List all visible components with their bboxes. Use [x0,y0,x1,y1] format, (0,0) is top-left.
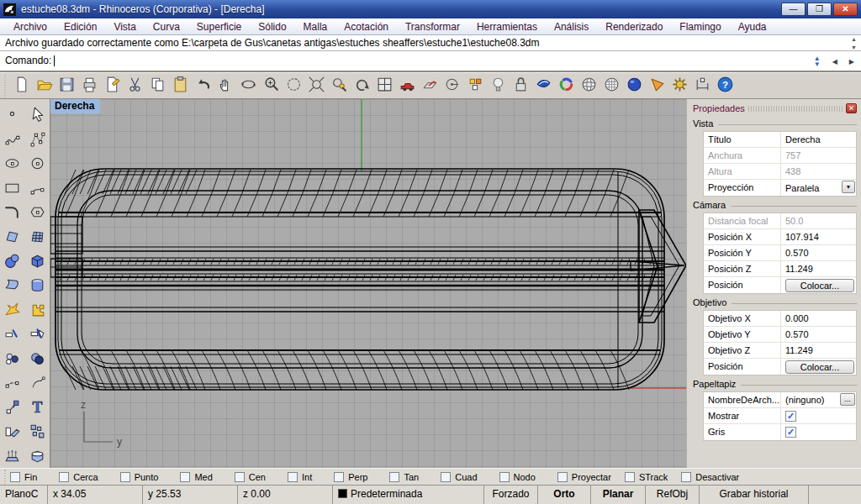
zoom-extents-button[interactable] [305,75,328,97]
status-toggle-planar[interactable]: Planar [591,486,646,504]
status-cplane[interactable]: PlanoC [0,486,48,504]
osnap-desactivar[interactable]: Desactivar [681,472,739,482]
print-button[interactable] [78,75,101,97]
arc-button[interactable] [25,177,50,202]
command-history[interactable]: Archivo guardado correctamente como E:\c… [0,35,861,51]
zoom-selected-button[interactable] [328,75,351,97]
cylinder-button[interactable] [25,275,50,299]
osnap-proyectar[interactable]: Proyectar [557,472,611,482]
menu-analisis[interactable]: Análisis [546,19,597,34]
property-value[interactable]: (ninguno)... [781,392,856,407]
checkbox-icon[interactable] [681,472,691,482]
grid-surface-button[interactable] [25,226,50,250]
property-value[interactable]: ✓ [781,408,856,423]
osnap-fin[interactable]: Fin [10,472,37,482]
extrude-button[interactable] [0,445,24,470]
ellipse-button[interactable] [0,153,24,177]
split-button[interactable] [25,323,50,348]
point-button[interactable] [0,104,24,129]
menu-archivo[interactable]: Archivo [5,19,55,34]
status-layer[interactable]: Predeterminada [333,486,484,504]
array-button[interactable] [25,421,50,445]
interpolated-curve-button[interactable] [0,129,24,153]
options-button[interactable] [668,75,691,97]
checkbox-icon[interactable] [288,472,298,482]
dropdown-arrow-icon[interactable]: ▼ [842,181,855,193]
scroll-down-icon[interactable]: ▼ [848,45,859,50]
curve-handle-button[interactable] [25,372,50,396]
osnap-strack[interactable]: STrack [625,472,668,482]
status-coord-2[interactable]: y 25.53 [143,486,238,504]
menu-herramientas[interactable]: Herramientas [468,19,546,34]
command-spinner[interactable]: ▲▼ [814,55,821,67]
rotate-view-button[interactable] [237,75,260,97]
status-toggle-refobj[interactable]: RefObj [646,486,700,504]
open-file-button[interactable] [33,75,55,97]
scroll-left-icon[interactable]: ◀ [832,58,837,66]
dimension-button[interactable] [691,75,714,97]
render-wheel-button[interactable] [555,75,578,97]
osnap-med[interactable]: Med [180,472,212,482]
paste-button[interactable] [169,75,192,97]
lights-button[interactable] [487,75,510,97]
shear-button[interactable] [0,421,24,445]
checkbox-icon[interactable] [334,472,344,482]
checkbox-icon[interactable] [59,472,69,482]
osnap-cerca[interactable]: Cerca [59,472,98,482]
ghosted-view-button[interactable] [600,75,623,97]
checkbox-icon[interactable] [499,472,510,482]
circle-button[interactable] [25,153,50,177]
property-value[interactable]: 11.249 [781,343,856,358]
checkbox-icon[interactable] [557,472,568,482]
viewport-layout-button[interactable] [373,75,396,97]
patch-surface-button[interactable] [0,226,24,250]
explode-button[interactable] [0,299,24,323]
shaded-view-button[interactable] [578,75,600,97]
box-button[interactable] [25,250,50,275]
rendered-view-button[interactable] [623,75,646,97]
property-value[interactable]: ✓ [781,424,856,440]
status-coord-1[interactable]: x 34.05 [48,486,143,504]
polygon-button[interactable] [25,202,50,226]
toolbar-grip[interactable] [3,73,8,98]
menu-acotacion[interactable]: Acotación [335,19,397,34]
cplane-button[interactable] [419,75,441,97]
panel-drag-handle[interactable] [748,106,843,112]
menu-ayuda[interactable]: Ayuda [730,19,775,34]
menu-solido[interactable]: Sólido [250,19,294,34]
property-value[interactable]: Colocar... [781,277,856,293]
close-button[interactable]: ✕ [833,3,858,16]
menu-edicion[interactable]: Edición [55,19,105,34]
property-value[interactable]: 0.570 [781,245,856,260]
property-value[interactable]: Paralela▼ [781,180,856,196]
checkbox-icon[interactable] [441,472,451,482]
property-value[interactable]: 0.570 [781,327,856,342]
property-value[interactable]: 11.249 [781,261,856,276]
pointer-button[interactable] [25,104,50,129]
restore-button[interactable]: ❐ [807,3,832,16]
lock-button[interactable] [510,75,532,97]
checkbox-icon[interactable] [235,472,245,482]
boolean-difference-button[interactable] [25,348,50,372]
join-button[interactable] [0,348,24,372]
checkbox-icon[interactable] [10,472,20,482]
scale-button[interactable] [0,396,24,421]
menu-transformar[interactable]: Transformar [397,19,468,34]
cut-button[interactable] [124,75,146,97]
property-value[interactable]: Colocar... [781,359,856,375]
panel-close-icon[interactable]: ✕ [846,103,857,113]
command-input[interactable]: Comando: [0,51,861,71]
menu-superficie[interactable]: Superficie [188,19,250,34]
colocar-button[interactable]: Colocar... [785,279,854,292]
osnap-grip[interactable] [3,469,8,485]
wireframe-model[interactable]: zy [50,99,686,468]
zoom-dynamic-button[interactable] [260,75,283,97]
property-value[interactable]: 107.914 [781,229,856,244]
property-value[interactable]: 0.000 [781,311,856,326]
menu-curva[interactable]: Curva [145,19,188,34]
scroll-up-icon[interactable]: ▲ [848,36,859,42]
minimize-button[interactable]: — [781,3,806,16]
text-button[interactable]: T [25,396,50,421]
osnap-perp[interactable]: Perp [334,472,367,482]
checkbox-icon[interactable] [625,472,635,482]
